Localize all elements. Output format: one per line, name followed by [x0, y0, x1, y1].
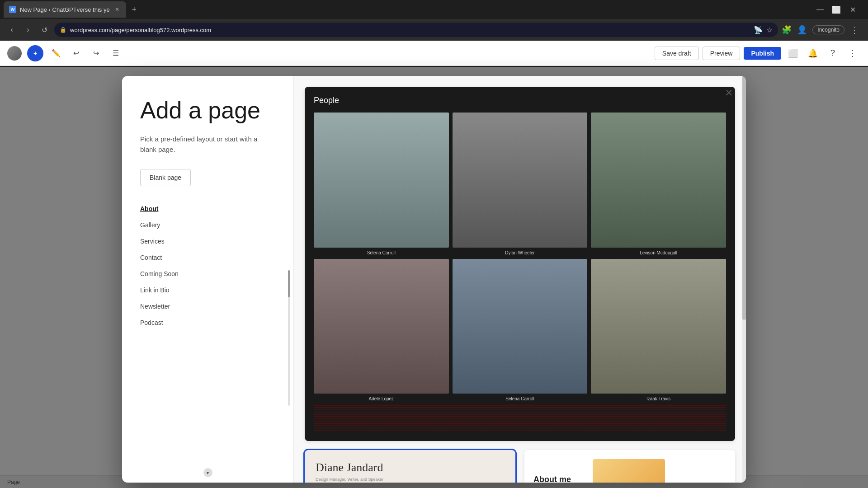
- diane-layout-card[interactable]: Diane Jandard Design Manager, Writer, an…: [305, 450, 515, 483]
- person-name-3: Levison Mcdougall: [591, 250, 726, 255]
- back-button[interactable]: ‹: [5, 23, 18, 36]
- profile-icon[interactable]: 👤: [797, 25, 807, 35]
- add-block-button[interactable]: +: [27, 45, 43, 61]
- security-icon: 🔒: [60, 27, 66, 33]
- nav-item-podcast[interactable]: Podcast: [140, 314, 275, 331]
- view-toggle-button[interactable]: ⬜: [785, 45, 801, 61]
- modal-title: Add a page: [140, 98, 275, 123]
- person-name-5: Selena Carroll: [453, 396, 588, 401]
- tab-favicon: W: [9, 6, 16, 13]
- person-card-3: Levison Mcdougall: [591, 113, 726, 255]
- nav-item-link-in-bio[interactable]: Link in Bio: [140, 282, 275, 298]
- cast-icon: 📡: [754, 26, 763, 34]
- diane-role: Design Manager, Writer, and Speaker: [316, 477, 505, 482]
- content-placeholder-lines: [314, 405, 726, 432]
- person-photo-5: [453, 259, 588, 394]
- close-modal-button[interactable]: ✕: [721, 85, 737, 101]
- person-photo-1: [314, 113, 449, 248]
- address-bar-row: ‹ › ↺ 🔒 wordpress.com/page/personalblog5…: [0, 19, 868, 41]
- person-photo-4: [314, 259, 449, 394]
- modal-left-panel: Add a page Pick a pre-defined layout or …: [122, 76, 294, 483]
- redo-button[interactable]: ↪: [89, 46, 103, 61]
- publish-button[interactable]: Publish: [744, 47, 781, 60]
- menu-icon[interactable]: ⋮: [850, 24, 859, 35]
- url-text: wordpress.com/page/personalblog572.wordp…: [70, 27, 211, 33]
- people-grid: Selena Carroll Dylan Wheeler: [314, 113, 726, 401]
- right-scrollbar-thumb: [742, 76, 746, 320]
- active-tab[interactable]: W New Page ‹ ChatGPTverse this ye ✕: [4, 1, 126, 18]
- tab-title: New Page ‹ ChatGPTverse this ye: [20, 6, 110, 13]
- nav-item-contact[interactable]: Contact: [140, 249, 275, 266]
- person-card-5: Selena Carroll: [453, 259, 588, 402]
- help-button[interactable]: ?: [825, 45, 841, 61]
- left-scrollbar-track: [288, 270, 290, 406]
- maximize-icon[interactable]: ⬜: [832, 5, 841, 14]
- notifications-button[interactable]: 🔔: [805, 45, 821, 61]
- layout-nav: About Gallery Services Contact Coming So…: [140, 201, 275, 331]
- nav-item-services[interactable]: Services: [140, 233, 275, 249]
- nav-item-coming-soon[interactable]: Coming Soon: [140, 266, 275, 282]
- save-draft-button[interactable]: Save draft: [655, 47, 699, 60]
- people-layout-title: People: [314, 96, 726, 105]
- about-me-layout-card[interactable]: About meand the show: [524, 450, 735, 483]
- modal-overlay: ✕ Add a page Pick a pre-defined layout o…: [0, 67, 868, 488]
- minimize-icon[interactable]: —: [816, 5, 825, 14]
- person-photo-2: [453, 113, 588, 248]
- incognito-badge: Incognito: [812, 25, 844, 34]
- modal-right-panel[interactable]: People Selena Carroll: [294, 76, 746, 483]
- person-name-1: Selena Carroll: [314, 250, 449, 255]
- person-photo-6: [591, 259, 726, 394]
- tab-close-button[interactable]: ✕: [113, 6, 121, 13]
- diane-layout-preview: Diane Jandard Design Manager, Writer, an…: [305, 450, 515, 483]
- person-card-2: Dylan Wheeler: [453, 113, 588, 255]
- edit-icon[interactable]: ✏️: [49, 46, 63, 61]
- address-bar[interactable]: 🔒 wordpress.com/page/personalblog572.wor…: [54, 23, 778, 37]
- settings-button[interactable]: ⋮: [844, 45, 861, 61]
- people-layout-preview: People Selena Carroll: [305, 87, 735, 441]
- user-avatar[interactable]: [7, 46, 22, 61]
- undo-button[interactable]: ↩: [69, 46, 83, 61]
- scroll-down-arrow[interactable]: ▼: [203, 468, 212, 477]
- person-photo-3: [591, 113, 726, 248]
- about-me-title: About meand the show: [533, 475, 585, 483]
- browser-toolbar-right: 🧩 👤 Incognito ⋮: [782, 24, 863, 35]
- window-controls: — ⬜ ✕: [816, 5, 864, 14]
- nav-item-about[interactable]: About: [140, 201, 275, 217]
- about-me-image: [593, 459, 665, 483]
- add-page-modal: ✕ Add a page Pick a pre-defined layout o…: [122, 76, 746, 483]
- extensions-icon[interactable]: 🧩: [782, 25, 792, 35]
- left-scrollbar-thumb: [288, 270, 290, 297]
- close-icon[interactable]: ✕: [848, 5, 857, 14]
- nav-item-gallery[interactable]: Gallery: [140, 217, 275, 233]
- preview-button[interactable]: Preview: [703, 47, 741, 60]
- person-card-1: Selena Carroll: [314, 113, 449, 255]
- person-name-4: Adele Lopez: [314, 396, 449, 401]
- wp-toolbar-right: Save draft Preview Publish ⬜ 🔔 ? ⋮: [655, 45, 861, 61]
- about-me-preview: About meand the show: [524, 450, 735, 483]
- person-card-6: Izaak Travis: [591, 259, 726, 402]
- address-bar-icons: 📡 ☆: [754, 26, 773, 34]
- bookmark-icon[interactable]: ☆: [766, 26, 773, 34]
- diane-name: Diane Jandard: [316, 461, 505, 474]
- person-name-2: Dylan Wheeler: [453, 250, 588, 255]
- list-view-button[interactable]: ☰: [108, 46, 123, 61]
- person-card-4: Adele Lopez: [314, 259, 449, 402]
- person-name-6: Izaak Travis: [591, 396, 726, 401]
- tab-bar: W New Page ‹ ChatGPTverse this ye ✕ + — …: [0, 0, 868, 19]
- nav-item-newsletter[interactable]: Newsletter: [140, 298, 275, 314]
- right-scrollbar-track: [742, 76, 746, 483]
- layout-cards-grid: People Selena Carroll: [305, 87, 735, 483]
- about-me-text: About meand the show: [533, 475, 585, 483]
- wp-toolbar: + ✏️ ↩ ↪ ☰ Save draft Preview Publish ⬜ …: [0, 41, 868, 66]
- people-layout-card[interactable]: People Selena Carroll: [305, 87, 735, 441]
- blank-page-button[interactable]: Blank page: [140, 169, 191, 186]
- reload-button[interactable]: ↺: [38, 23, 51, 36]
- modal-subtitle: Pick a pre-defined layout or start with …: [140, 134, 275, 155]
- new-tab-button[interactable]: +: [128, 3, 141, 16]
- forward-button[interactable]: ›: [22, 23, 34, 36]
